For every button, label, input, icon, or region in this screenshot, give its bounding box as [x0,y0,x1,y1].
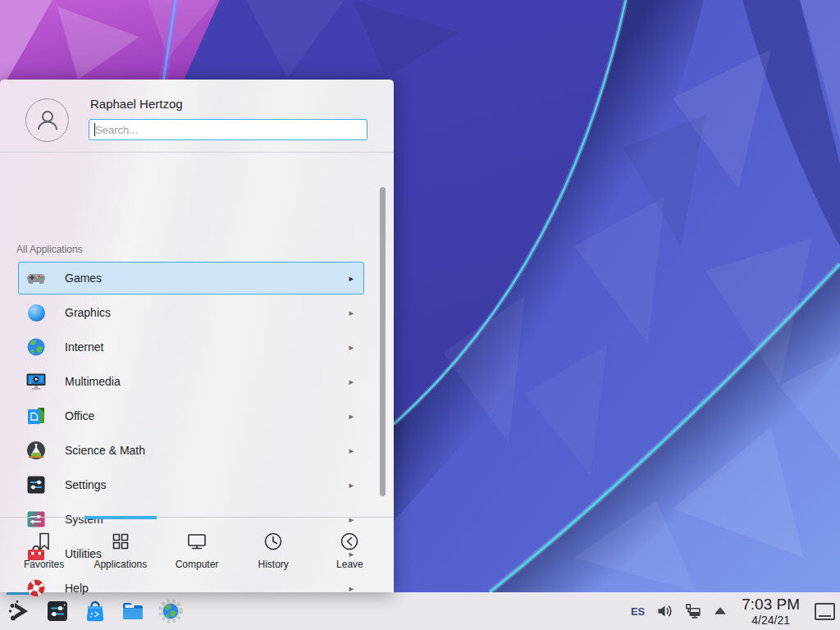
user-name: Raphael Hertzog [90,97,183,111]
app-launcher-button[interactable] [7,598,33,624]
web-browser-button[interactable] [158,598,184,624]
tab-applications[interactable]: Applications [82,530,158,592]
category-internet[interactable]: Internet ▸ [18,331,364,363]
category-label: Office [65,409,94,422]
text-caret [94,123,95,136]
launcher-tab-bar: Favorites Applications Computer Hist [0,517,394,592]
keyboard-layout-indicator[interactable]: ES [631,605,645,618]
taskbar-pinned-apps [7,592,184,630]
tab-label: Applications [94,559,147,570]
category-settings[interactable]: Settings ▸ [18,468,364,501]
globe-gear-icon [158,598,184,624]
expand-tray-icon[interactable] [713,604,728,619]
clock-time: 7:03 PM [742,596,800,612]
category-label: Science & Math [65,444,145,457]
chevron-right-icon: ▸ [349,411,354,422]
category-label: Multimedia [65,375,121,388]
discover-bag-icon [82,598,108,624]
ball-icon [25,302,47,323]
category-label: Graphics [65,306,111,319]
file-manager-button[interactable] [120,598,146,624]
search-field [89,119,368,140]
chevron-right-icon: ▸ [349,377,354,387]
launcher-header: Raphael Hertzog [0,80,394,153]
kickoff-icon [7,598,33,624]
active-tab-indicator [84,516,157,519]
clock-icon [262,530,285,553]
search-input[interactable] [89,119,368,140]
user-icon [34,107,62,135]
tab-label: History [258,559,289,570]
settings-app-icon [44,598,71,624]
category-label: Settings [65,478,107,491]
network-icon[interactable] [684,602,702,620]
category-graphics[interactable]: Graphics ▸ [18,296,364,329]
tab-history[interactable]: History [235,530,312,592]
chevron-right-icon: ▸ [349,273,354,284]
documents-icon [25,405,47,427]
tab-computer[interactable]: Computer [158,530,235,592]
tab-leave[interactable]: Leave [312,530,388,592]
flask-icon [25,440,47,461]
leave-icon [338,530,361,553]
tab-label: Computer [176,559,219,570]
category-games[interactable]: Games ▸ [18,262,364,294]
category-label: Internet [65,340,103,354]
system-settings-button[interactable] [44,598,71,624]
discover-button[interactable] [82,598,108,624]
volume-icon[interactable] [655,602,673,620]
category-label: Games [65,272,102,285]
scrollbar-thumb[interactable] [380,187,386,496]
system-tray: ES [631,592,835,630]
chevron-right-icon: ▸ [349,445,354,456]
tab-favorites[interactable]: Favorites [6,530,82,592]
sliders-icon [25,474,47,495]
chevron-right-icon: ▸ [349,480,354,491]
tab-label: Leave [336,559,363,570]
application-launcher-menu: Raphael Hertzog All Applications [0,80,394,592]
grid-icon [109,530,132,553]
clock-date: 4/24/21 [742,614,800,626]
monitor-play-icon [25,371,47,392]
folder-icon [120,598,146,624]
taskbar: ES [0,592,840,630]
show-desktop-button[interactable] [815,603,835,620]
computer-icon [185,530,208,553]
section-label: All Applications [16,244,83,255]
digital-clock[interactable]: 7:03 PM 4/24/21 [742,596,800,626]
avatar[interactable] [25,98,69,142]
gamepad-icon [25,267,47,289]
bookmark-icon [33,530,56,553]
chevron-right-icon: ▸ [349,308,354,318]
globe-icon [25,336,47,358]
tab-label: Favorites [24,559,64,570]
category-science-math[interactable]: Science & Math ▸ [18,434,364,467]
desktop: Raphael Hertzog All Applications [0,0,840,630]
chevron-right-icon: ▸ [349,342,354,353]
category-multimedia[interactable]: Multimedia ▸ [18,365,364,398]
category-office[interactable]: Office ▸ [18,399,364,432]
